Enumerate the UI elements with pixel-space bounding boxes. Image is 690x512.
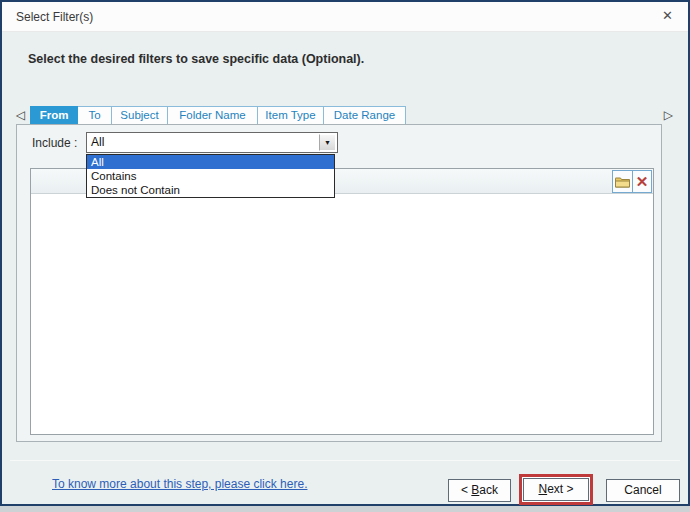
back-button[interactable]: < Back xyxy=(448,479,511,502)
tab-scroll-left-icon[interactable]: ◁ xyxy=(16,107,25,124)
dropdown-option-all[interactable]: All xyxy=(87,155,334,169)
help-link[interactable]: To know more about this step, please cli… xyxy=(52,477,307,491)
back-button-prefix: < xyxy=(461,483,471,497)
select-filters-dialog: Select Filter(s) ✕ Select the desired fi… xyxy=(0,0,690,506)
include-dropdown-value: All xyxy=(91,135,104,149)
cancel-button[interactable]: Cancel xyxy=(606,479,680,502)
filter-value-list-panel: ✕ xyxy=(30,168,654,435)
folder-icon xyxy=(615,176,630,188)
dropdown-option-does-not-contain[interactable]: Does not Contain xyxy=(87,183,334,197)
next-button-rest: ext > xyxy=(547,482,573,496)
list-toolbar: ✕ xyxy=(612,170,652,193)
filter-value-list[interactable] xyxy=(31,194,653,434)
close-icon[interactable]: ✕ xyxy=(662,8,673,23)
delete-button[interactable]: ✕ xyxy=(632,171,651,192)
tab-folder-name[interactable]: Folder Name xyxy=(168,106,258,125)
next-button-red-highlight: Next > xyxy=(519,474,593,505)
next-button-accel: N xyxy=(538,482,547,496)
tab-scroll-right-icon[interactable]: ▷ xyxy=(664,107,673,124)
chevron-down-icon: ▼ xyxy=(320,135,335,150)
include-label: Include : xyxy=(32,136,77,150)
next-button[interactable]: Next > xyxy=(523,478,589,501)
tab-from[interactable]: From xyxy=(30,106,78,125)
footer-divider xyxy=(10,460,680,461)
tab-subject[interactable]: Subject xyxy=(112,106,168,125)
tab-date-range[interactable]: Date Range xyxy=(324,106,406,125)
include-dropdown[interactable]: All ▼ xyxy=(86,132,338,153)
delete-x-icon: ✕ xyxy=(636,173,649,191)
include-dropdown-popup: All Contains Does not Contain xyxy=(86,154,335,198)
dropdown-option-contains[interactable]: Contains xyxy=(87,169,334,183)
tab-list: From To Subject Folder Name Item Type Da… xyxy=(30,106,406,125)
tab-to[interactable]: To xyxy=(78,106,112,125)
dialog-title: Select Filter(s) xyxy=(16,2,93,32)
instruction-text: Select the desired filters to save speci… xyxy=(28,52,364,66)
title-bar: Select Filter(s) ✕ xyxy=(2,2,688,32)
tab-item-type[interactable]: Item Type xyxy=(258,106,324,125)
add-folder-button[interactable] xyxy=(613,171,632,192)
tab-strip: ◁ From To Subject Folder Name Item Type … xyxy=(16,106,673,125)
dropdown-arrow-button[interactable]: ▼ xyxy=(319,134,336,151)
back-button-rest: ack xyxy=(479,483,498,497)
